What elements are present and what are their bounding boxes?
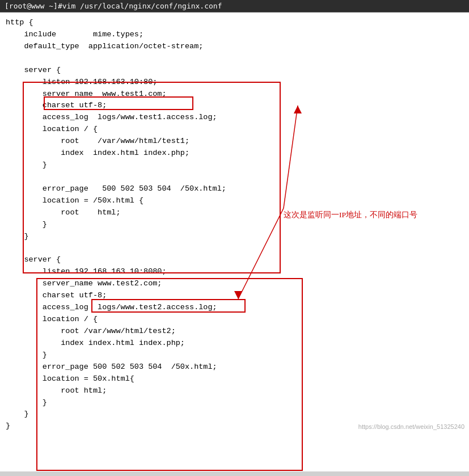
annotation-text: 这次是监听同一IP地址，不同的端口号	[284, 210, 417, 220]
terminal-window: [root@www ~]#vim /usr/local/nginx/conf/n…	[0, 0, 469, 476]
horizontal-scrollbar[interactable]	[0, 471, 469, 476]
watermark: https://blog.csdn.net/weixin_51325240	[358, 423, 464, 430]
code-content: http { include mime.types; default_type …	[0, 12, 469, 436]
top-bar: [root@www ~]#vim /usr/local/nginx/conf/n…	[0, 0, 469, 12]
code-block: http { include mime.types; default_type …	[6, 17, 464, 432]
command-text: [root@www ~]#vim /usr/local/nginx/conf/n…	[5, 2, 222, 10]
